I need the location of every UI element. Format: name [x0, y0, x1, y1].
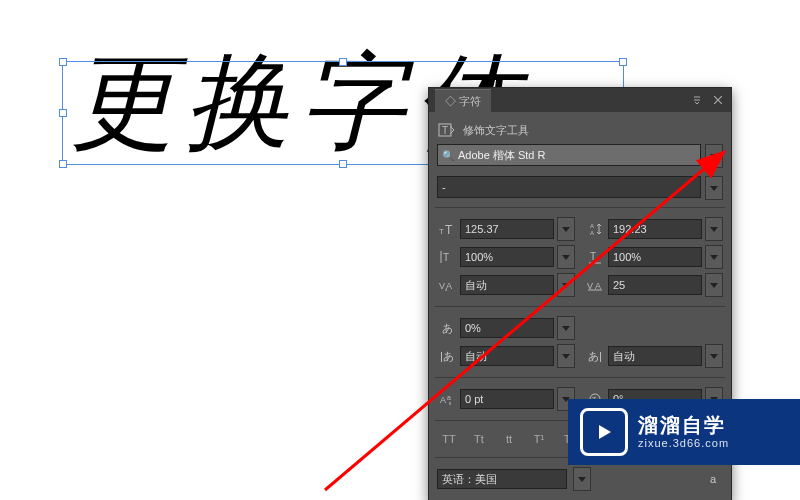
font-style-value: -	[442, 181, 446, 193]
smallcaps-button[interactable]: Tt	[467, 430, 491, 448]
watermark: 溜溜自学 zixue.3d66.com	[568, 399, 800, 465]
watermark-url: zixue.3d66.com	[638, 437, 729, 450]
handle-top-left[interactable]	[59, 58, 67, 66]
search-icon: 🔍	[442, 150, 454, 161]
hscale-value: 100%	[613, 251, 641, 263]
kerning-value: 自动	[465, 278, 487, 293]
divider	[435, 377, 725, 378]
baseline-shift-input[interactable]: 0 pt	[460, 389, 554, 409]
font-family-input[interactable]: 🔍 Adobe 楷体 Std R	[437, 144, 701, 166]
vscale-value: 100%	[465, 251, 493, 263]
svg-text:T: T	[445, 223, 453, 236]
svg-text:A: A	[440, 395, 446, 405]
panel-title: 字符	[459, 95, 481, 107]
font-size-value: 125.37	[465, 223, 499, 235]
superscript-button[interactable]: T¹	[527, 430, 551, 448]
panel-collapse-icon[interactable]	[687, 88, 707, 112]
hscale-icon: T	[585, 249, 605, 265]
panel-tab-character[interactable]: ◇ 字符	[435, 89, 491, 112]
aki-left-icon: |あ	[437, 348, 457, 364]
font-style-input[interactable]: -	[437, 176, 701, 198]
leading-dropdown[interactable]	[705, 217, 723, 241]
leading-value: 192.23	[613, 223, 647, 235]
tsume-icon: あ	[437, 320, 457, 336]
tsume-value: 0%	[465, 322, 481, 334]
font-size-icon: TT	[437, 221, 457, 237]
vscale-dropdown[interactable]	[557, 245, 575, 269]
tracking-icon: VA	[585, 277, 605, 293]
panel-close-icon[interactable]	[709, 88, 727, 112]
language-value: 英语：美国	[442, 472, 497, 487]
touchup-text-label: 修饰文字工具	[463, 123, 529, 138]
svg-text:T: T	[439, 227, 444, 236]
hscale-dropdown[interactable]	[705, 245, 723, 269]
aki-right-input[interactable]: 自动	[608, 346, 702, 366]
font-style-dropdown-button[interactable]	[705, 176, 723, 200]
svg-text:V: V	[439, 281, 445, 291]
aki-left-input[interactable]: 自动	[460, 346, 554, 366]
kerning-dropdown[interactable]	[557, 273, 575, 297]
lowercase-button[interactable]: tt	[497, 430, 521, 448]
touchup-text-icon: T	[437, 122, 457, 138]
vscale-input[interactable]: 100%	[460, 247, 554, 267]
svg-text:A: A	[590, 223, 594, 229]
leading-input[interactable]: 192.23	[608, 219, 702, 239]
handle-top-right[interactable]	[619, 58, 627, 66]
watermark-title: 溜溜自学	[638, 413, 729, 437]
aki-right-dropdown[interactable]	[705, 344, 723, 368]
language-dropdown[interactable]	[573, 467, 591, 491]
watermark-play-icon	[580, 408, 628, 456]
svg-text:T: T	[443, 252, 449, 263]
svg-text:T: T	[442, 125, 448, 136]
tracking-dropdown[interactable]	[705, 273, 723, 297]
svg-text:A: A	[590, 230, 594, 236]
font-family-dropdown-button[interactable]	[705, 144, 723, 168]
baseline-value: 0 pt	[465, 393, 483, 405]
divider	[435, 207, 725, 208]
font-family-value: Adobe 楷体 Std R	[458, 148, 545, 163]
tsume-dropdown[interactable]	[557, 316, 575, 340]
font-size-dropdown[interactable]	[557, 217, 575, 241]
tracking-input[interactable]: 25	[608, 275, 702, 295]
font-size-input[interactable]: 125.37	[460, 219, 554, 239]
aki-right-value: 自动	[613, 349, 635, 364]
language-select[interactable]: 英语：美国	[437, 469, 567, 489]
panel-tabbar: ◇ 字符	[429, 88, 731, 112]
vscale-icon: T	[437, 249, 457, 265]
svg-text:T: T	[590, 251, 596, 262]
tsume-input[interactable]: 0%	[460, 318, 554, 338]
anti-alias-icon: a	[703, 471, 723, 487]
baseline-shift-icon: Aa	[437, 391, 457, 407]
divider	[435, 306, 725, 307]
handle-bot-mid[interactable]	[339, 160, 347, 168]
tracking-value: 25	[613, 279, 625, 291]
kerning-icon: VA	[437, 277, 457, 293]
handle-mid-left[interactable]	[59, 109, 67, 117]
aki-left-dropdown[interactable]	[557, 344, 575, 368]
handle-bot-left[interactable]	[59, 160, 67, 168]
aki-right-icon: あ|	[585, 348, 605, 364]
touchup-text-tool-row: T 修饰文字工具	[429, 116, 731, 140]
allcaps-button[interactable]: TT	[437, 430, 461, 448]
kerning-input[interactable]: 自动	[460, 275, 554, 295]
leading-icon: AA	[585, 221, 605, 237]
hscale-input[interactable]: 100%	[608, 247, 702, 267]
svg-text:a: a	[447, 394, 451, 401]
aki-left-value: 自动	[465, 349, 487, 364]
